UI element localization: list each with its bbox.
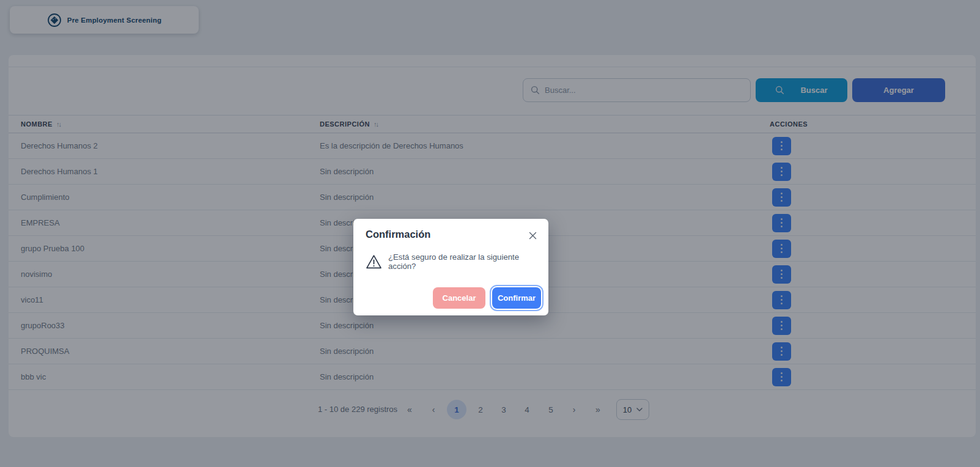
confirmation-dialog: Confirmación ¿Está seguro de realizar la…: [353, 219, 548, 315]
app-root: Pre Employment Screening Buscar: [0, 0, 980, 467]
close-icon: [529, 232, 537, 240]
close-button[interactable]: [526, 229, 539, 241]
dialog-message: ¿Está seguro de realizar la siguiente ac…: [388, 252, 540, 271]
cancel-button[interactable]: Cancelar: [433, 287, 485, 309]
dialog-title: Confirmación: [366, 229, 430, 240]
warning-icon: [366, 254, 382, 270]
confirm-button[interactable]: Confirmar: [492, 287, 541, 309]
